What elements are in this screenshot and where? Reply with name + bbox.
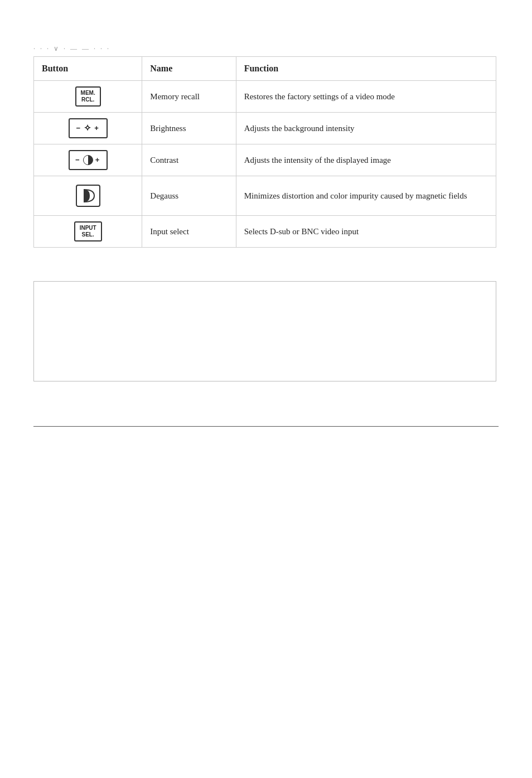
mem-button-icon: MEM. RCL. [75,86,101,107]
name-cell-input: Input select [142,216,236,248]
col-header-button: Button [34,57,142,81]
mem-label-line1: MEM. [81,90,95,96]
button-cell-contrast: − + [34,144,142,176]
degauss-button-icon [42,182,134,210]
contrast-circle-icon [83,155,93,165]
brightness-plus: + [94,124,100,133]
brightness-sun-icon: ✧ [84,123,92,133]
brightness-button-icon: − ✧ + [69,118,108,138]
function-cell-degauss: Minimizes distortion and color impurity … [236,176,496,216]
page-container: · · · ∨ · — — · · · Button Name Function… [0,0,532,460]
col-header-name: Name [142,57,236,81]
contrast-minus: − [75,156,81,165]
name-cell-brightness: Brightness [142,113,236,144]
function-cell-brightness: Adjusts the background intensity [236,113,496,144]
table-row: INPUT SEL. Input select Selects D-sub or… [34,216,496,248]
input-label-line2: SEL. [82,231,94,238]
function-cell-contrast: Adjusts the intensity of the displayed i… [236,144,496,176]
col-header-function: Function [236,57,496,81]
main-table: Button Name Function MEM. RCL. Memory re… [33,56,496,248]
table-row: − + Contrast Adjusts the intensity of th… [34,144,496,176]
name-cell-contrast: Contrast [142,144,236,176]
note-box [33,281,496,381]
input-label-line1: INPUT [80,225,96,231]
mem-label-line2: RCL. [81,96,94,103]
table-row: Degauss Minimizes distortion and color i… [34,176,496,216]
input-button-icon: INPUT SEL. [74,221,102,241]
function-cell-input: Selects D-sub or BNC video input [236,216,496,248]
brightness-minus: − [76,124,82,133]
contrast-button-icon: − + [69,150,108,170]
contrast-plus: + [95,156,101,165]
bottom-rule [33,426,499,427]
degauss-svg [74,182,102,210]
button-cell-input: INPUT SEL. [34,216,142,248]
table-row: − ✧ + Brightness Adjusts the background … [34,113,496,144]
table-header-row: Button Name Function [34,57,496,81]
table-row: MEM. RCL. Memory recall Restores the fac… [34,81,496,113]
header-dots: · · · ∨ · — — · · · [33,45,110,53]
button-cell-brightness: − ✧ + [34,113,142,144]
name-cell-degauss: Degauss [142,176,236,216]
function-cell-mem: Restores the factory settings of a video… [236,81,496,113]
name-cell-mem: Memory recall [142,81,236,113]
button-cell-degauss [34,176,142,216]
button-cell-mem: MEM. RCL. [34,81,142,113]
header-line: · · · ∨ · — — · · · [33,45,499,53]
